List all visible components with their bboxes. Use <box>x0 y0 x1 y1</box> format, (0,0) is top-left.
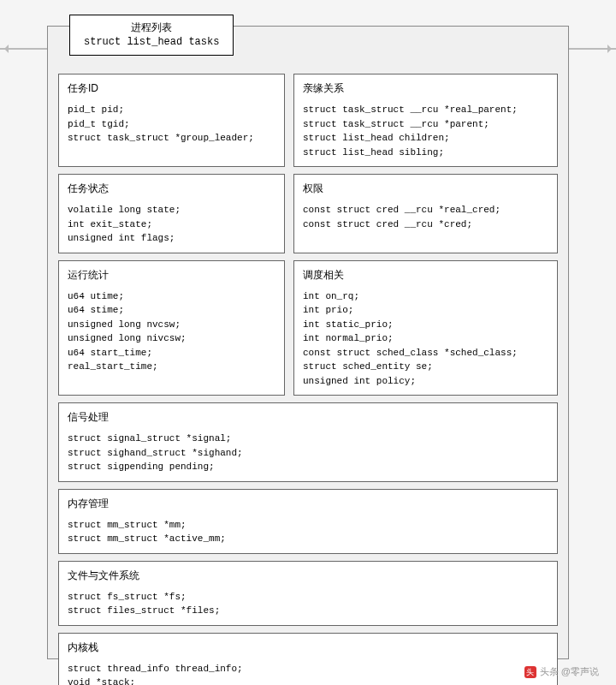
header-box: 进程列表 struct list_head tasks <box>69 15 234 56</box>
arrow-left-icon <box>0 48 47 50</box>
box-code: u64 utime; u64 stime; unsigned long nvcs… <box>68 289 275 374</box>
box-signal: 信号处理 struct signal_struct *signal; struc… <box>58 402 558 482</box>
watermark-text: 头条 @零声说 <box>540 666 599 676</box>
box-title: 信号处理 <box>68 410 548 425</box>
task-struct-container: 进程列表 struct list_head tasks 任务ID pid_t p… <box>47 26 569 659</box>
box-code: pid_t pid; pid_t tgid; struct task_struc… <box>68 103 275 146</box>
box-code: struct signal_struct *signal; struct sig… <box>68 432 548 474</box>
box-title: 权限 <box>303 182 548 196</box>
box-kinship: 亲缘关系 struct task_struct __rcu *real_pare… <box>293 74 558 167</box>
box-mem: 内存管理 struct mm_struct *mm; struct mm_str… <box>58 489 558 554</box>
content-area: 任务ID pid_t pid; pid_t tgid; struct task_… <box>58 74 558 648</box>
box-code: const struct cred __rcu *real_cred; cons… <box>303 203 548 231</box>
box-title: 调度相关 <box>303 268 548 283</box>
box-code: struct fs_struct *fs; struct files_struc… <box>68 590 548 618</box>
box-title: 亲缘关系 <box>303 81 548 96</box>
header-title-code: struct list_head tasks <box>84 35 219 50</box>
box-title: 任务状态 <box>68 182 275 196</box>
box-title: 内核栈 <box>68 640 548 655</box>
box-task-id: 任务ID pid_t pid; pid_t tgid; struct task_… <box>58 74 285 167</box>
arrow-right-icon <box>569 48 616 50</box>
box-kstack: 内核栈 struct thread_info thread_info; void… <box>58 633 558 686</box>
box-title: 文件与文件系统 <box>68 569 548 583</box>
box-perm: 权限 const struct cred __rcu *real_cred; c… <box>293 174 558 253</box>
watermark: 头头条 @零声说 <box>524 665 599 678</box>
box-title: 任务ID <box>68 81 275 96</box>
box-code: struct mm_struct *mm; struct mm_struct *… <box>68 518 548 546</box>
box-title: 运行统计 <box>68 268 275 283</box>
box-code: int on_rq; int prio; int static_prio; in… <box>303 289 548 389</box>
box-title: 内存管理 <box>68 497 548 511</box>
header-title-cn: 进程列表 <box>84 21 219 35</box>
box-sched: 调度相关 int on_rq; int prio; int static_pri… <box>293 260 558 396</box>
watermark-icon: 头 <box>524 666 536 678</box>
box-files: 文件与文件系统 struct fs_struct *fs; struct fil… <box>58 561 558 626</box>
box-code: struct task_struct __rcu *real_parent; s… <box>303 103 548 159</box>
box-code: volatile long state; int exit_state; uns… <box>68 203 275 246</box>
box-task-state: 任务状态 volatile long state; int exit_state… <box>58 174 285 253</box>
box-code: struct thread_info thread_info; void *st… <box>68 662 548 686</box>
box-run-stats: 运行统计 u64 utime; u64 stime; unsigned long… <box>58 260 285 396</box>
